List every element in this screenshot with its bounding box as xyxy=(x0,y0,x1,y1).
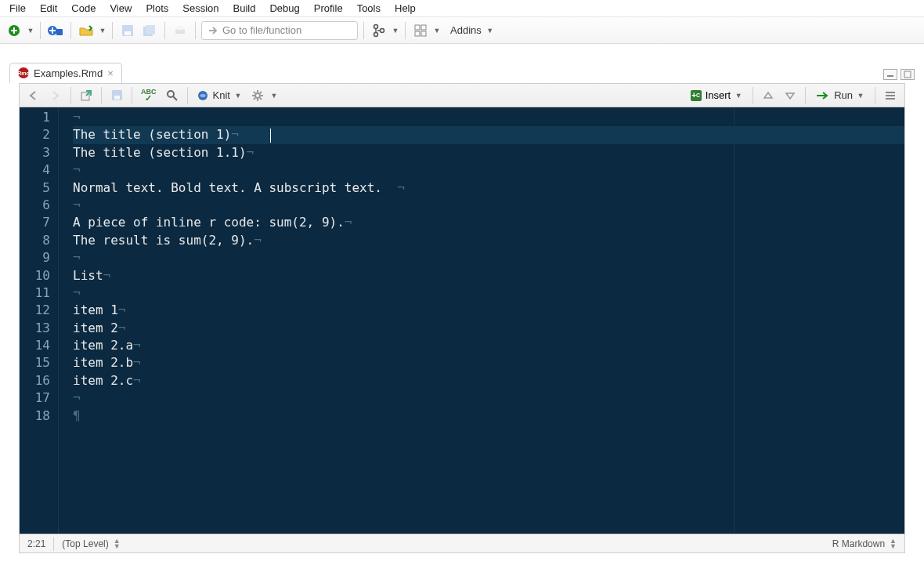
line-end-marker: ¬ xyxy=(73,285,81,300)
menu-view[interactable]: View xyxy=(103,2,138,15)
menu-file[interactable]: File xyxy=(3,2,32,15)
language-selector[interactable]: R Markdown ▲▼ xyxy=(832,538,897,549)
line-number: 6 xyxy=(20,197,50,214)
editor-statusbar: 2:21 (Top Level) ▲▼ R Markdown ▲▼ xyxy=(20,534,904,552)
code-line[interactable]: ¬ xyxy=(73,284,904,302)
line-end-marker: ¬ xyxy=(118,302,126,317)
line-number: 8 xyxy=(20,232,50,249)
code-line[interactable]: A piece of inline r code: sum(2, 9).¬ xyxy=(73,214,904,231)
panes-dropdown[interactable]: ▼ xyxy=(433,27,441,34)
code-editor[interactable]: 123456789101112131415161718 ¬The title (… xyxy=(20,107,904,534)
code-line[interactable]: item 1¬ xyxy=(73,302,904,319)
panes-button[interactable] xyxy=(411,21,430,40)
spellcheck-button[interactable]: ABC✓ xyxy=(138,86,160,105)
menu-code[interactable]: Code xyxy=(65,2,102,15)
close-tab-button[interactable]: × xyxy=(107,67,114,79)
new-project-button[interactable] xyxy=(46,21,65,40)
menu-profile[interactable]: Profile xyxy=(308,2,349,15)
open-recent-dropdown[interactable]: ▼ xyxy=(99,27,106,34)
save-button[interactable] xyxy=(118,21,137,40)
save-all-button[interactable] xyxy=(140,21,159,40)
svg-point-11 xyxy=(381,28,384,32)
code-line[interactable]: ¬ xyxy=(73,197,904,214)
run-button[interactable]: Run ▼ xyxy=(811,86,869,105)
line-end-marker: ¬ xyxy=(73,197,81,212)
maximize-pane-button[interactable] xyxy=(901,69,915,80)
menu-edit[interactable]: Edit xyxy=(34,2,63,15)
code-line[interactable]: The title (section 1)¬ xyxy=(73,126,904,143)
open-file-button[interactable] xyxy=(77,21,96,40)
code-line[interactable]: Normal text. Bold text. A subscript text… xyxy=(73,179,904,197)
code-line[interactable]: The title (section 1.1)¬ xyxy=(73,144,904,161)
line-end-marker: ¬ xyxy=(133,355,141,370)
chunk-nav-down-button[interactable] xyxy=(781,86,799,105)
vcs-dropdown[interactable]: ▼ xyxy=(392,27,399,34)
line-end-marker: ¬ xyxy=(133,338,141,353)
code-line[interactable]: item 2¬ xyxy=(73,320,904,337)
code-line[interactable]: item 2.a¬ xyxy=(73,337,904,354)
document-options-dropdown[interactable]: ▼ xyxy=(270,92,278,100)
line-number: 14 xyxy=(20,337,50,354)
find-replace-button[interactable] xyxy=(163,86,182,105)
menu-debug[interactable]: Debug xyxy=(263,2,305,15)
code-line[interactable]: The result is sum(2, 9).¬ xyxy=(73,232,904,249)
svg-point-23 xyxy=(255,93,260,98)
addins-button[interactable]: Addins ▼ xyxy=(444,21,500,40)
menu-build[interactable]: Build xyxy=(227,2,262,15)
code-line[interactable]: ¬ xyxy=(73,161,904,179)
separator xyxy=(164,22,165,39)
separator xyxy=(112,22,113,39)
new-file-button[interactable] xyxy=(5,21,23,40)
line-end-marker: ¬ xyxy=(231,127,239,142)
minimize-pane-button[interactable] xyxy=(883,69,897,80)
print-button[interactable] xyxy=(171,21,189,40)
outline-toggle-button[interactable] xyxy=(881,86,900,105)
code-line[interactable]: item 2.b¬ xyxy=(73,354,904,371)
line-number: 4 xyxy=(20,161,50,179)
nav-back-button[interactable] xyxy=(24,86,43,105)
chunk-nav-up-button[interactable] xyxy=(759,86,778,105)
code-line[interactable]: List¬ xyxy=(73,267,904,284)
insert-chunk-button[interactable]: +C Insert ▼ xyxy=(686,86,748,105)
document-tab[interactable]: Rmd Examples.Rmd × xyxy=(9,63,122,83)
goto-file-function-input[interactable]: Go to file/function xyxy=(201,21,358,40)
code-area[interactable]: ¬The title (section 1)¬The title (sectio… xyxy=(59,107,904,534)
code-line[interactable]: ¶ xyxy=(73,407,904,425)
menu-plots[interactable]: Plots xyxy=(139,2,175,15)
separator xyxy=(405,22,406,39)
line-number-gutter: 123456789101112131415161718 xyxy=(20,107,59,534)
menu-tools[interactable]: Tools xyxy=(351,2,387,15)
line-number: 2 xyxy=(20,126,50,143)
code-line[interactable]: ¬ xyxy=(73,249,904,266)
scope-selector[interactable]: (Top Level) ▲▼ xyxy=(62,538,120,549)
line-end-marker: ¬ xyxy=(73,390,81,405)
code-line[interactable]: ¬ xyxy=(73,389,904,407)
document-options-button[interactable] xyxy=(248,86,267,105)
document-tab-filename: Examples.Rmd xyxy=(34,67,103,79)
line-number: 9 xyxy=(20,249,50,266)
separator xyxy=(132,87,132,104)
rmd-file-icon: Rmd xyxy=(18,67,29,78)
separator xyxy=(805,87,806,104)
code-line[interactable]: item 2.c¬ xyxy=(73,372,904,389)
line-end-marker: ¬ xyxy=(345,215,352,230)
version-control-button[interactable] xyxy=(370,21,388,40)
svg-rect-8 xyxy=(177,26,183,30)
goto-placeholder: Go to file/function xyxy=(222,24,301,36)
insert-dropdown-arrow: ▼ xyxy=(735,92,742,100)
goto-arrow-icon xyxy=(208,26,218,35)
menu-help[interactable]: Help xyxy=(388,2,422,15)
save-document-button[interactable] xyxy=(107,86,126,105)
cursor-position: 2:21 xyxy=(27,538,45,549)
line-number: 18 xyxy=(20,407,50,425)
nav-forward-button[interactable] xyxy=(46,86,65,105)
knit-button[interactable]: Knit ▼ xyxy=(193,86,245,105)
new-file-dropdown[interactable]: ▼ xyxy=(27,27,34,34)
show-in-new-window-button[interactable] xyxy=(77,86,96,105)
separator xyxy=(70,22,71,39)
addins-dropdown-arrow: ▼ xyxy=(486,27,494,34)
run-dropdown-arrow: ▼ xyxy=(857,92,864,100)
code-line[interactable]: ¬ xyxy=(73,109,904,126)
svg-point-9 xyxy=(374,24,378,28)
menu-session[interactable]: Session xyxy=(176,2,225,15)
